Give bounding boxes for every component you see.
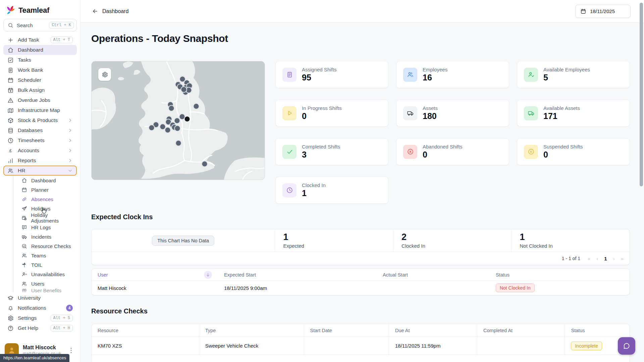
map-marker-selected[interactable]: [185, 116, 190, 121]
sidebar-item-hr[interactable]: HR: [3, 166, 77, 176]
sidebar-item-dashboard[interactable]: Dashboard: [3, 45, 77, 55]
stat-value: 1: [302, 188, 326, 198]
cell-status: Not Clocked In: [490, 284, 630, 292]
stat-card-abandoned-shifts[interactable]: Abandoned Shifts 0: [396, 138, 509, 165]
date-picker[interactable]: 18/11/2025: [575, 5, 631, 18]
stat-card-available-employees[interactable]: Available Employees 5: [517, 61, 630, 88]
sidebar-item-unavailabilities[interactable]: Unavailabilities: [13, 269, 77, 279]
sidebar-item-reports[interactable]: Reports: [3, 156, 77, 166]
sidebar-item-notifications[interactable]: Notifications4: [3, 303, 77, 313]
sidebar-item-settings[interactable]: SettingsAlt + S: [3, 313, 77, 323]
brand-name: Teamleaf: [18, 6, 49, 15]
column-header-user[interactable]: User: [92, 271, 218, 279]
sidebar-item-label: Users: [31, 281, 44, 287]
chevron-right-icon: [67, 128, 73, 133]
sidebar-item-planner[interactable]: Planner: [13, 185, 77, 194]
sidebar-item-bulk-assign[interactable]: Bulk Assign: [3, 85, 77, 95]
stat-card-assigned-shifts[interactable]: Assigned Shifts 95: [275, 61, 388, 88]
sidebar-item-databases[interactable]: Databases: [3, 125, 77, 135]
map-marker[interactable]: [194, 104, 199, 109]
stat-card-clocked-in[interactable]: Clocked In 1: [275, 177, 388, 204]
sidebar-item-label: Dashboard: [18, 47, 73, 53]
sidebar-item-incidents[interactable]: Incidents: [13, 232, 77, 241]
sidebar-item-holiday-adjustments[interactable]: Holiday Adjustments: [13, 213, 77, 223]
chevron-right-icon: [67, 138, 73, 143]
prev-page-button[interactable]: ‹: [596, 256, 598, 261]
sidebar-item-overdue-jobs[interactable]: Overdue Jobs: [3, 95, 77, 105]
sidebar-item-scheduler[interactable]: Scheduler: [3, 75, 77, 85]
sidebar-item-teams[interactable]: Teams: [13, 251, 77, 260]
map-marker[interactable]: [169, 106, 174, 111]
plane-icon: [21, 206, 27, 212]
sidebar-item-university[interactable]: University: [3, 293, 77, 303]
truck-icon: [407, 110, 414, 117]
sidebar-item-stock-products[interactable]: Stock & Products: [3, 115, 77, 125]
map-marker[interactable]: [176, 141, 181, 146]
operations-map[interactable]: [91, 61, 265, 180]
stat-card-completed-shifts[interactable]: Completed Shifts 3: [275, 138, 388, 165]
grad-cap-icon: [7, 295, 14, 301]
map-marker[interactable]: [181, 87, 186, 92]
profile-menu-button[interactable]: ⋮: [67, 347, 75, 354]
stat-card-assets[interactable]: Assets 180: [396, 100, 509, 127]
sidebar-item-timesheets[interactable]: Timesheets: [3, 135, 77, 145]
map-settings-button[interactable]: [98, 68, 111, 81]
sidebar-item-user-benefits[interactable]: User Benefits: [13, 288, 77, 292]
app-logo: Teamleaf: [3, 4, 77, 19]
stat-card-employees[interactable]: Employees 16: [396, 61, 509, 88]
sidebar-item-dashboard[interactable]: Dashboard: [13, 176, 77, 185]
map-marker[interactable]: [175, 126, 180, 131]
first-page-button[interactable]: «: [588, 256, 590, 261]
chat-widget-button[interactable]: [618, 337, 635, 355]
sidebar-item-get-help[interactable]: Get HelpAlt + H: [3, 323, 77, 333]
map-marker[interactable]: [175, 118, 180, 123]
page-scrollbar[interactable]: [640, 3, 643, 186]
clockins-panel: This Chart Has No Data 1Expected2Clocked…: [91, 229, 630, 265]
sidebar-item-holidays[interactable]: Holidays: [13, 204, 77, 213]
sidebar-item-tasks[interactable]: Tasks: [3, 55, 77, 65]
map-marker[interactable]: [165, 128, 170, 133]
last-page-button[interactable]: »: [621, 256, 624, 261]
stat-label: In Progress Shifts: [302, 105, 341, 111]
alert-triangle-icon: [7, 97, 14, 104]
status-badge: Not Clocked In: [496, 284, 535, 292]
map-marker[interactable]: [166, 119, 171, 124]
map-marker[interactable]: [160, 124, 165, 129]
chevron-down-icon: [67, 168, 73, 173]
sidebar-item-toil[interactable]: TOIL: [13, 260, 77, 269]
sidebar-item-resource-checks[interactable]: Resource Checks: [13, 241, 77, 251]
sidebar-item-users[interactable]: Users: [13, 279, 77, 288]
stat-card-in-progress-shifts[interactable]: In Progress Shifts 0: [275, 100, 388, 127]
sidebar-item-work-bank[interactable]: Work Bank: [3, 65, 77, 75]
stat-card-suspended-shifts[interactable]: Suspended Shifts 0: [517, 138, 630, 165]
current-page[interactable]: 1: [604, 256, 607, 261]
sidebar-item-accounts[interactable]: £Accounts: [3, 145, 77, 156]
clockins-stat-clocked-in: 2Clocked In: [393, 229, 512, 252]
next-page-button[interactable]: ›: [613, 256, 615, 261]
search-input[interactable]: Search Ctrl + K: [3, 19, 77, 32]
sidebar-item-label: Teams: [31, 253, 46, 258]
stat-card-available-assets[interactable]: Available Assets 171: [517, 100, 630, 127]
topbar: Dashboard 18/11/2025: [80, 0, 644, 23]
page-title: Operations - Today Snapshot: [91, 33, 630, 44]
calendar-icon: [7, 77, 14, 83]
map-marker[interactable]: [149, 125, 154, 130]
back-button[interactable]: Dashboard: [92, 8, 128, 14]
table-row[interactable]: Matt Hiscock18/11/2025 9:00amNot Clocked…: [92, 281, 630, 295]
sidebar-item-absences[interactable]: Absences: [13, 194, 77, 204]
map-marker[interactable]: [180, 114, 185, 119]
sidebar-item-add-task[interactable]: Add TaskAlt + T: [3, 35, 77, 45]
table-row[interactable]: KM70 XZSSweeper Vehicle Check18/11/2025 …: [92, 337, 630, 355]
sidebar-item-hr-logs[interactable]: HR Logs: [13, 223, 77, 232]
map-marker[interactable]: [202, 162, 207, 167]
sidebar-item-infrastructure-map[interactable]: Infrastructure Map: [3, 105, 77, 115]
chevron-right-icon: [67, 118, 73, 123]
check-icon: [286, 148, 293, 155]
map-marker[interactable]: [153, 122, 158, 127]
map-marker[interactable]: [180, 76, 185, 81]
stat-label: Completed Shifts: [302, 144, 340, 149]
pagination-range: 1 - 1 of 1: [562, 256, 580, 261]
map-marker[interactable]: [186, 88, 191, 93]
sidebar-item-label: Scheduler: [18, 77, 73, 83]
sort-direction-button[interactable]: [204, 271, 212, 279]
